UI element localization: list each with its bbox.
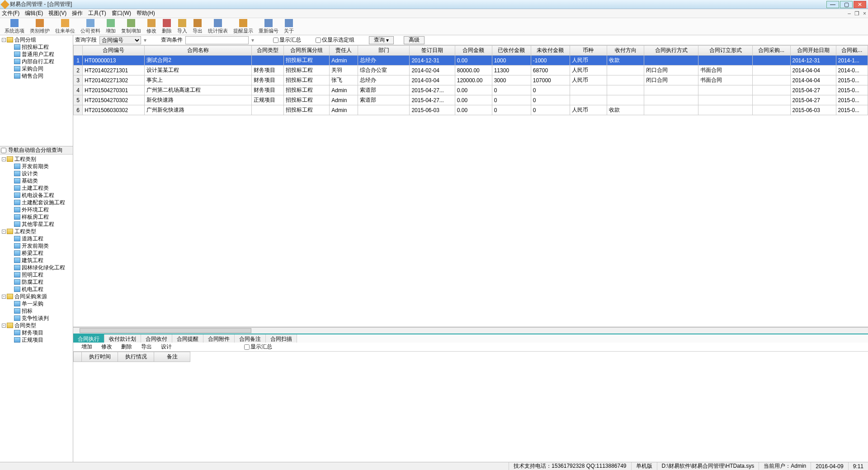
- table-row[interactable]: 6HT201506030302广州新化快速路招投标工程Admin2015-06-…: [74, 105, 868, 115]
- detail-col[interactable]: 执行情况: [118, 352, 154, 362]
- mdi-close-icon[interactable]: ×: [863, 10, 866, 17]
- detail-tab-合同扫描[interactable]: 合同扫描: [266, 334, 297, 343]
- col-header[interactable]: 收付方向: [607, 46, 644, 56]
- tree-leaf-机电设备工程[interactable]: 机电设备工程: [0, 192, 73, 199]
- close-button[interactable]: ✕: [854, 1, 866, 8]
- col-header[interactable]: 合同订立形式: [698, 46, 753, 56]
- table-row[interactable]: 5HT201504270302新化快速路正规项目招投标工程Admin索道部201…: [74, 95, 868, 105]
- tree-node-销售合同[interactable]: 销售合同: [0, 72, 73, 80]
- tree-node-内部自行工程[interactable]: 内部自行工程: [0, 58, 73, 65]
- collapse-icon[interactable]: -: [2, 295, 6, 299]
- toolbar-关于[interactable]: 关于: [281, 19, 297, 35]
- tree-leaf-园林绿化绿化工程[interactable]: 园林绿化绿化工程: [0, 264, 73, 271]
- collapse-icon[interactable]: -: [2, 324, 6, 328]
- minimize-button[interactable]: —: [826, 1, 839, 8]
- toolbar-增加[interactable]: 增加: [103, 19, 118, 35]
- detail-tab-合同执行[interactable]: 合同执行: [73, 334, 104, 343]
- toolbar-系统选项[interactable]: 系统选项: [2, 19, 27, 35]
- col-header[interactable]: 已收付金额: [492, 46, 531, 56]
- tree-leaf-正规项目[interactable]: 正规项目: [0, 336, 73, 343]
- tree-leaf-桥梁工程[interactable]: 桥梁工程: [0, 249, 73, 257]
- col-header[interactable]: 部门: [358, 46, 410, 56]
- col-header[interactable]: 合同所属分组: [284, 46, 330, 56]
- tree-leaf-其他零星工程[interactable]: 其他零星工程: [0, 221, 73, 228]
- tree-leaf-竞争性谈判[interactable]: 竞争性谈判: [0, 315, 73, 322]
- horizontal-scrollbar[interactable]: [73, 327, 868, 334]
- detail-grid-wrap[interactable]: 执行时间执行情况备注: [73, 352, 868, 462]
- detail-delete-button[interactable]: 删除: [121, 343, 132, 351]
- tree-leaf-土建工程类[interactable]: 土建工程类: [0, 184, 73, 192]
- main-grid-wrap[interactable]: 合同编号合同名称合同类型合同所属分组责任人部门签订日期合同金额已收付金额未收付金…: [73, 45, 868, 327]
- only-selected-checkbox[interactable]: 仅显示选定组: [316, 36, 354, 44]
- col-header[interactable]: 合同执行方式: [644, 46, 698, 56]
- toolbar-导入[interactable]: 导入: [175, 19, 190, 35]
- col-header[interactable]: 未收付金额: [531, 46, 570, 56]
- tree-leaf-机电工程[interactable]: 机电工程: [0, 286, 73, 293]
- menu-file[interactable]: 文件(F): [2, 9, 19, 17]
- search-field-select[interactable]: 合同编号: [99, 36, 141, 44]
- detail-grid[interactable]: 执行时间执行情况备注: [73, 352, 190, 362]
- col-header[interactable]: 合同金额: [455, 46, 492, 56]
- col-header[interactable]: 合同采购...: [752, 46, 790, 56]
- toolbar-类别维护[interactable]: 类别维护: [27, 19, 52, 35]
- tree-leaf-设计类[interactable]: 设计类: [0, 170, 73, 177]
- detail-col[interactable]: 备注: [154, 352, 190, 362]
- tree-leaf-样板房工程[interactable]: 样板房工程: [0, 213, 73, 221]
- toolbar-复制增加[interactable]: 复制增加: [118, 19, 144, 35]
- detail-tab-合同提醒[interactable]: 合同提醒: [172, 334, 203, 343]
- col-header[interactable]: 责任人: [330, 46, 358, 56]
- table-row[interactable]: 4HT201504270301广州第二机场高速工程财务项目招投标工程Admin索…: [74, 85, 868, 95]
- col-header[interactable]: 合同开始日期: [790, 46, 836, 56]
- toolbar-删除[interactable]: 删除: [159, 19, 175, 35]
- collapse-icon[interactable]: -: [2, 157, 6, 161]
- collapse-icon[interactable]: -: [2, 230, 6, 234]
- mdi-restore-icon[interactable]: ❐: [854, 10, 859, 17]
- tree-group-合同类型[interactable]: -合同类型: [0, 322, 73, 329]
- tree-leaf-财务项目[interactable]: 财务项目: [0, 329, 73, 336]
- table-row[interactable]: 2HT201402271301设计某某工程财务项目招投标工程关羽综合办公室201…: [74, 66, 868, 75]
- toolbar-修改[interactable]: 修改: [144, 19, 159, 35]
- col-header[interactable]: 币种: [570, 46, 607, 56]
- menu-operate[interactable]: 操作: [72, 9, 83, 17]
- query-button[interactable]: 查询 ▾: [369, 36, 394, 44]
- tree-leaf-单一采购[interactable]: 单一采购: [0, 300, 73, 307]
- collapse-icon[interactable]: -: [2, 38, 6, 42]
- detail-show-sum-checkbox[interactable]: 显示汇总: [244, 343, 272, 351]
- tree-leaf-防腐工程[interactable]: 防腐工程: [0, 278, 73, 286]
- menu-edit[interactable]: 编辑(E): [25, 9, 43, 17]
- table-row[interactable]: 1HT00000013测试合同2招投标工程Admin总经办2014-12-310…: [74, 56, 868, 66]
- detail-tab-收付款计划[interactable]: 收付款计划: [104, 334, 141, 343]
- show-sum-checkbox[interactable]: 显示汇总: [273, 36, 301, 44]
- tree-node-普通用户工程[interactable]: 普通用户工程: [0, 51, 73, 58]
- detail-export-button[interactable]: 导出: [141, 343, 152, 351]
- detail-tab-合同备注[interactable]: 合同备注: [235, 334, 266, 343]
- tree-leaf-开发前期类[interactable]: 开发前期类: [0, 242, 73, 249]
- detail-design-button[interactable]: 设计: [161, 343, 172, 351]
- tree-leaf-土建配套设施工程[interactable]: 土建配套设施工程: [0, 199, 73, 206]
- toolbar-往来单位[interactable]: 往来单位: [52, 19, 78, 35]
- tree-group-工程类型[interactable]: -工程类型: [0, 228, 73, 235]
- advanced-button[interactable]: 高级: [404, 36, 425, 44]
- col-header[interactable]: 合同截...: [836, 46, 868, 56]
- tree-group-合同采购来源[interactable]: -合同采购来源: [0, 293, 73, 300]
- tree-leaf-开发前期类[interactable]: 开发前期类: [0, 163, 73, 170]
- scrollbar-thumb[interactable]: [80, 328, 251, 333]
- mdi-min-icon[interactable]: –: [848, 10, 851, 17]
- detail-add-button[interactable]: 增加: [81, 343, 92, 351]
- toolbar-公司资料[interactable]: 公司资料: [78, 19, 103, 35]
- tree-leaf-道路工程[interactable]: 道路工程: [0, 235, 73, 242]
- menu-window[interactable]: 窗口(W): [112, 9, 131, 17]
- menu-help[interactable]: 帮助(H): [137, 9, 155, 17]
- tree-node-采购合同[interactable]: 采购合同: [0, 65, 73, 72]
- detail-tab-合同收付[interactable]: 合同收付: [141, 334, 172, 343]
- toolbar-导出[interactable]: 导出: [190, 19, 205, 35]
- tree-node-招投标工程[interactable]: 招投标工程: [0, 43, 73, 51]
- tree-group-工程类别[interactable]: -工程类别: [0, 155, 73, 163]
- search-cond-input[interactable]: [185, 36, 249, 44]
- detail-col[interactable]: 执行时间: [82, 352, 118, 362]
- tree-leaf-外环境工程[interactable]: 外环境工程: [0, 206, 73, 213]
- tree-leaf-建筑工程[interactable]: 建筑工程: [0, 257, 73, 264]
- menu-tools[interactable]: 工具(T): [88, 9, 106, 17]
- col-rownum[interactable]: [74, 46, 83, 56]
- menu-view[interactable]: 视图(V): [48, 9, 66, 17]
